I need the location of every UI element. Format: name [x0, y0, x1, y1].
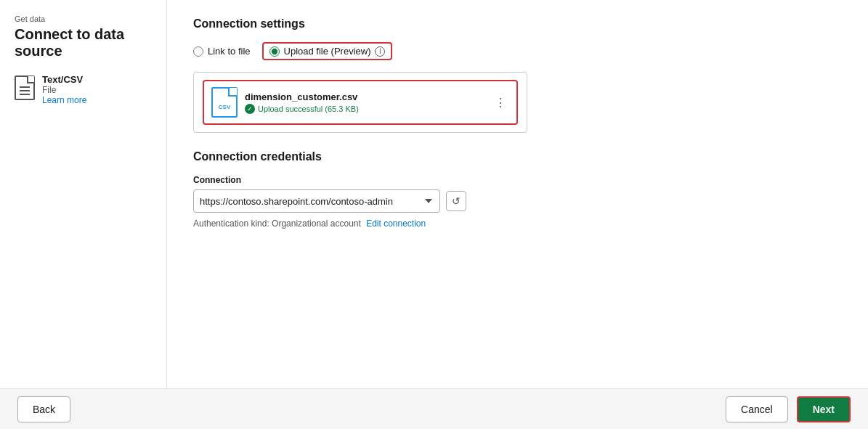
radio-link-to-file[interactable]: Link to file [193, 46, 251, 57]
more-options-button[interactable]: ⋮ [492, 93, 509, 113]
sidebar-item-name: Text/CSV [42, 74, 86, 85]
auth-row: Authentication kind: Organizational acco… [193, 218, 842, 229]
sidebar: Get data Connect to data source Text/CSV… [0, 0, 167, 388]
back-button[interactable]: Back [17, 396, 70, 422]
info-icon[interactable]: i [375, 46, 385, 57]
edit-connection-link[interactable]: Edit connection [366, 218, 426, 229]
check-circle-icon [245, 104, 255, 114]
credentials-title: Connection credentials [193, 150, 842, 163]
right-panel: Connection settings Link to file Upload … [167, 0, 868, 388]
sidebar-item-info: Text/CSV File Learn more [42, 74, 86, 105]
radio-upload-input[interactable] [269, 46, 280, 57]
file-name: dimension_customer.csv [245, 91, 509, 102]
connection-settings-title: Connection settings [193, 17, 842, 30]
page-title: Connect to data source [15, 26, 152, 60]
upload-status-text: Upload successful (65.3 KB) [258, 105, 359, 113]
breadcrumb: Get data [15, 15, 152, 23]
file-item: CSV dimension_customer.csv Upload succes… [203, 80, 518, 125]
connection-select[interactable]: https://contoso.sharepoint.com/contoso-a… [193, 189, 440, 213]
refresh-icon: ↺ [452, 195, 461, 207]
auth-text: Authentication kind: Organizational acco… [193, 218, 361, 229]
upload-option-box: Upload file (Preview) i [262, 42, 393, 60]
footer-right: Cancel Next [726, 396, 851, 422]
file-info: dimension_customer.csv Upload successful… [245, 91, 509, 114]
next-button[interactable]: Next [797, 396, 851, 422]
radio-link-input[interactable] [193, 46, 203, 57]
radio-group: Link to file Upload file (Preview) i [193, 42, 842, 60]
learn-more-link[interactable]: Learn more [42, 95, 86, 105]
credentials-section: Connection credentials Connection https:… [193, 150, 842, 229]
upload-status: Upload successful (65.3 KB) [245, 104, 509, 114]
file-icon [15, 75, 35, 100]
footer: Back Cancel Next [0, 388, 868, 429]
connection-label: Connection [193, 175, 842, 185]
cancel-button[interactable]: Cancel [726, 396, 788, 422]
radio-link-label: Link to file [208, 46, 251, 57]
csv-icon: CSV [211, 87, 238, 118]
file-upload-area: CSV dimension_customer.csv Upload succes… [193, 72, 527, 133]
sidebar-file-item: Text/CSV File Learn more [15, 74, 152, 105]
sidebar-item-type: File [42, 85, 86, 95]
radio-upload-label: Upload file (Preview) [284, 46, 371, 57]
refresh-button[interactable]: ↺ [446, 191, 466, 211]
connection-row: https://contoso.sharepoint.com/contoso-a… [193, 189, 842, 213]
